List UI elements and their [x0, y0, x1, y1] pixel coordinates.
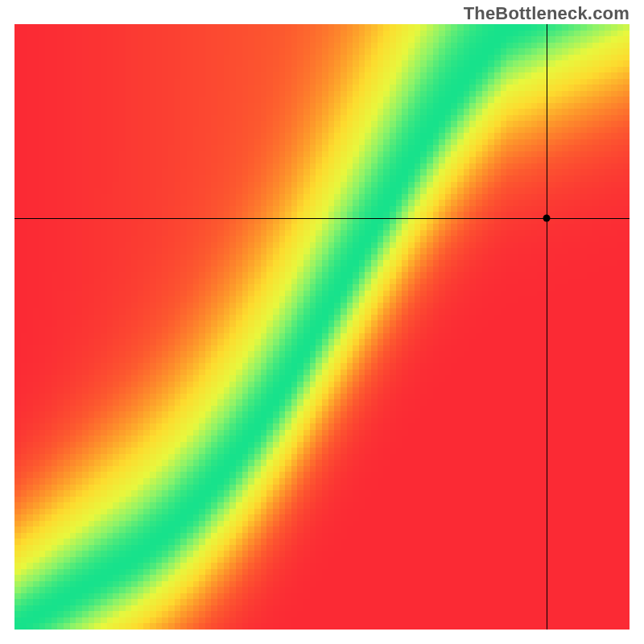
chart-container: TheBottleneck.com: [0, 0, 644, 644]
plot-area: [14, 24, 630, 630]
watermark-text: TheBottleneck.com: [464, 3, 630, 24]
heatmap-canvas: [14, 24, 630, 630]
